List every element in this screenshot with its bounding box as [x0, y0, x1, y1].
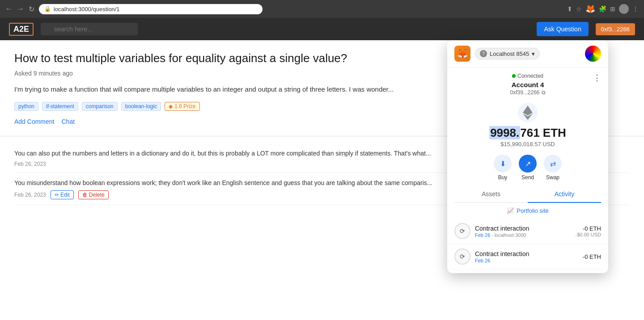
- tag-booleanlogic[interactable]: boolean-logic: [121, 102, 161, 111]
- answer-date-1: Feb 26, 2023: [14, 161, 46, 167]
- connected-dot: [512, 74, 516, 78]
- send-button[interactable]: ↗ Send: [519, 155, 537, 181]
- tx-details-1: Contract interaction Feb 26 · localhost:…: [475, 225, 571, 238]
- tx-usd-1: -$0.00 USD: [576, 232, 601, 237]
- tx-amounts-2: -0 ETH: [583, 253, 601, 260]
- mm-account-addr: 0xf39...2266 ⧉: [454, 89, 601, 96]
- buy-icon: ⬇: [494, 155, 512, 173]
- swap-icon: ⇄: [544, 155, 562, 173]
- tx-eth-2: -0 ETH: [583, 253, 601, 260]
- portfolio-chart-icon: 📈: [507, 207, 514, 214]
- lock-icon: 🔒: [44, 6, 51, 12]
- tx-item-2[interactable]: ⟳ Contract interaction Feb 26 -0 ETH: [447, 244, 608, 269]
- add-comment-link[interactable]: Add Comment: [14, 118, 54, 125]
- tx-name-1: Contract interaction: [475, 225, 571, 232]
- url-text: localhost:3000/question/1: [54, 6, 119, 13]
- mm-account: Connected Account 4 0xf39...2266 ⧉ ⋮: [447, 67, 608, 99]
- tx-amounts-1: -0 ETH -$0.00 USD: [576, 225, 601, 237]
- mm-tx-list: ⟳ Contract interaction Feb 26 · localhos…: [447, 219, 608, 273]
- wallet-button[interactable]: 0xf3...2266: [596, 23, 635, 35]
- top-nav: A2E 🔍 Ask Question 0xf3...2266: [0, 18, 644, 40]
- portfolio-link-label: Portfolio site: [517, 207, 549, 214]
- ask-question-button[interactable]: Ask Question: [537, 22, 588, 36]
- mm-dropdown-icon: ▾: [532, 51, 535, 57]
- tx-date-1: Feb 26: [475, 232, 490, 238]
- network-question-icon: ?: [480, 50, 487, 57]
- mm-actions: ⬇ Buy ↗ Send ⇄ Swap: [447, 149, 608, 186]
- mm-connected-label: Connected: [517, 73, 543, 79]
- forward-button[interactable]: →: [17, 5, 24, 13]
- tx-eth-1: -0 ETH: [576, 225, 601, 232]
- tag-comparison[interactable]: comparison: [82, 102, 118, 111]
- mm-network-name: Localhost 8545: [490, 51, 529, 57]
- address-bar[interactable]: 🔒 localhost:3000/question/1: [39, 4, 263, 14]
- share-icon[interactable]: ⬆: [567, 5, 572, 13]
- eth-icon: ◆: [169, 103, 173, 109]
- mm-account-name: Account 4: [454, 81, 601, 88]
- eth-decimal: 761 ETH: [520, 126, 566, 139]
- tx-details-2: Contract interaction Feb 26: [475, 250, 578, 263]
- menu-icon[interactable]: ⋮: [632, 5, 639, 13]
- tx-icon-1: ⟳: [454, 223, 470, 239]
- app-container: A2E 🔍 Ask Question 0xf3...2266 How to te…: [0, 18, 644, 320]
- prize-tag: ◆ 1.6 Prize: [165, 102, 199, 111]
- tx-meta-2: Feb 26: [475, 258, 578, 263]
- tx-icon-2: ⟳: [454, 248, 470, 265]
- search-input[interactable]: [41, 23, 138, 35]
- metamask-fox-icon[interactable]: 🦊: [585, 4, 595, 14]
- buy-button[interactable]: ⬇ Buy: [494, 155, 512, 181]
- edit-button[interactable]: ✏ Edit: [51, 190, 74, 199]
- tab-activity[interactable]: Activity: [528, 186, 601, 203]
- delete-button[interactable]: 🗑 Delete: [78, 190, 109, 199]
- mm-eth-logo: [518, 103, 538, 122]
- tab-assets[interactable]: Assets: [454, 186, 528, 203]
- buy-label: Buy: [498, 174, 508, 181]
- mm-menu-button[interactable]: ⋮: [593, 73, 601, 83]
- chat-link[interactable]: Chat: [61, 118, 75, 125]
- tx-meta-1: Feb 26 · localhost:3000: [475, 232, 571, 238]
- swap-button[interactable]: ⇄ Swap: [544, 155, 562, 181]
- browser-actions: ⬆ ☆ 🦊 🧩 ⊞ ⋮: [567, 4, 639, 14]
- browser-chrome: ← → ↻ 🔒 localhost:3000/question/1 ⬆ ☆ 🦊 …: [0, 0, 644, 18]
- profile-icon[interactable]: [619, 4, 629, 14]
- copy-addr-icon[interactable]: ⧉: [542, 89, 546, 96]
- star-icon[interactable]: ☆: [576, 5, 582, 13]
- eth-highlight: 9998.: [489, 126, 520, 139]
- tx-name-2: Contract interaction: [475, 250, 578, 257]
- swap-label: Swap: [546, 174, 559, 181]
- send-label: Send: [521, 174, 534, 181]
- tag-ifstatement[interactable]: if-statement: [42, 102, 78, 111]
- tx-item-1[interactable]: ⟳ Contract interaction Feb 26 · localhos…: [447, 219, 608, 244]
- search-wrapper: 🔍: [41, 23, 309, 35]
- grid-icon[interactable]: ⊞: [610, 5, 615, 13]
- answer-date-2: Feb 26, 2023: [14, 192, 46, 198]
- mm-usd-amount: $15,990,018.57 USD: [447, 141, 608, 147]
- mm-tabs: Assets Activity: [454, 186, 601, 203]
- tag-python[interactable]: python: [14, 102, 38, 111]
- puzzle-icon[interactable]: 🧩: [599, 5, 606, 13]
- reload-button[interactable]: ↻: [29, 5, 34, 13]
- app-logo[interactable]: A2E: [9, 23, 34, 36]
- mm-fox-logo: 🦊: [454, 46, 470, 62]
- mm-balance: 9998.761 ETH $15,990,018.57 USD: [447, 126, 608, 147]
- mm-header: 🦊 ? Localhost 8545 ▾: [447, 40, 608, 67]
- back-button[interactable]: ←: [5, 5, 13, 13]
- tx-date-2: Feb 26: [475, 258, 490, 263]
- mm-eth-amount: 9998.761 ETH: [447, 126, 608, 140]
- portfolio-link[interactable]: 📈 Portfolio site: [447, 203, 608, 219]
- prize-amount: 1.6 Prize: [174, 103, 195, 109]
- mm-color-wheel[interactable]: [585, 46, 601, 62]
- send-icon: ↗: [519, 155, 537, 173]
- metamask-popup: 🦊 ? Localhost 8545 ▾ Connected Account 4…: [447, 40, 608, 273]
- mm-connected-status: Connected: [454, 73, 601, 79]
- mm-network-selector[interactable]: ? Localhost 8545 ▾: [475, 48, 540, 59]
